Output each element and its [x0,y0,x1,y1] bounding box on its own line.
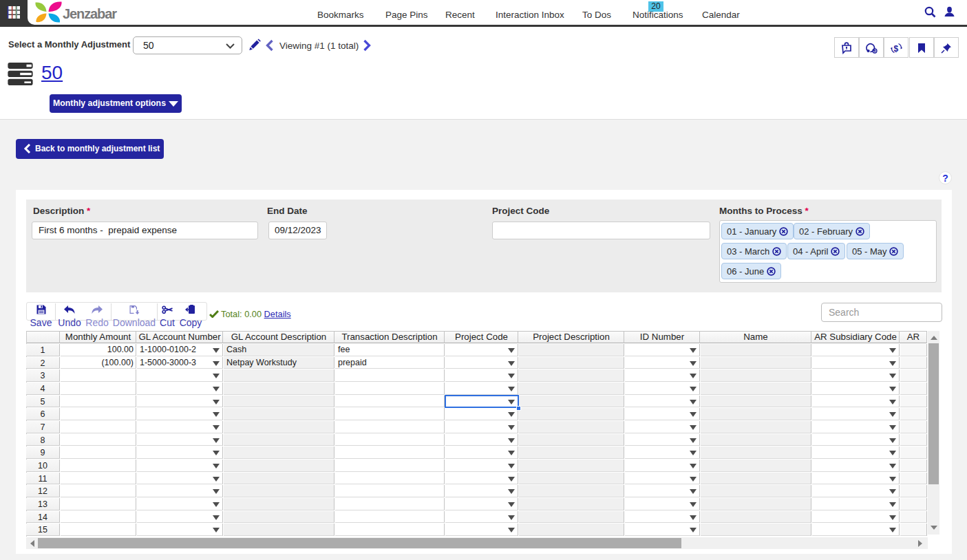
svg-text:$: $ [893,43,898,53]
